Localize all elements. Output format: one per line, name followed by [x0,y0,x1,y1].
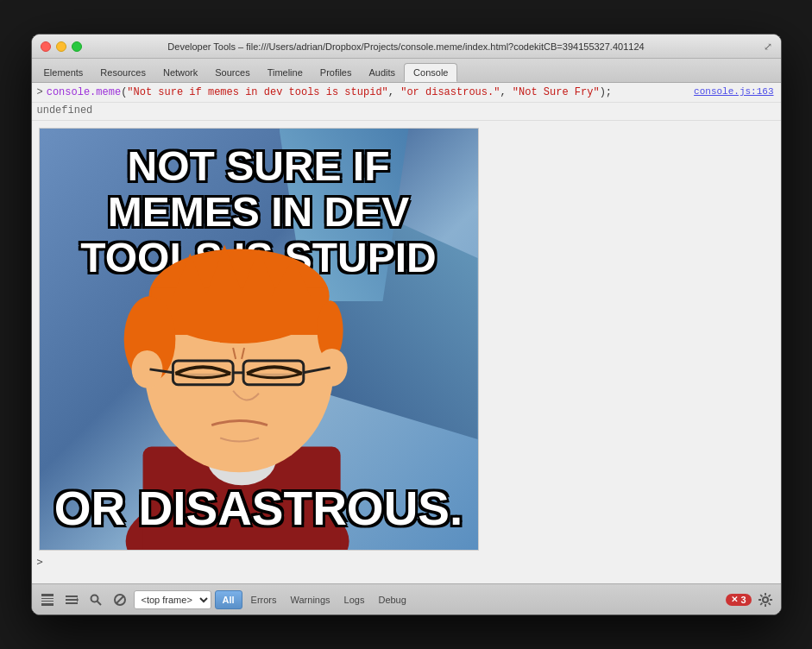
tab-profiles[interactable]: Profiles [312,63,361,82]
tab-console[interactable]: Console [404,63,457,82]
svg-line-33 [97,601,101,605]
multiline-icon-btn[interactable] [61,589,82,610]
traffic-lights [41,41,82,52]
meme-bottom-text: OR DISASTROUS. [40,482,478,535]
minimize-button[interactable] [56,41,66,52]
console-input-line-wrapper: > console.meme("Not sure if memes in dev… [32,83,781,103]
console-arg3: "Not Sure Fry" [513,86,600,98]
svg-rect-28 [66,595,78,597]
svg-rect-25 [41,598,54,599]
svg-point-36 [763,597,768,602]
svg-line-44 [760,602,762,604]
svg-rect-27 [41,603,54,606]
gear-icon [758,592,773,608]
tab-sources[interactable]: Sources [206,63,258,82]
close-button[interactable] [41,41,51,52]
svg-rect-24 [41,594,54,596]
error-badge: ✕ 3 [726,594,751,606]
console-area: > console.meme("Not sure if memes in dev… [32,83,781,583]
search-icon [90,594,102,606]
console-output-undefined: undefined [32,103,781,121]
svg-line-35 [116,595,123,603]
console-code: console.meme("Not sure if memes in dev t… [47,86,776,98]
filter-debug-button[interactable]: Debug [373,590,411,609]
bottom-toolbar: <top frame> All Errors Warnings Logs Deb… [32,583,781,614]
svg-line-41 [760,595,762,596]
console-func-name: console.meme [47,86,121,98]
svg-rect-30 [66,602,78,604]
console-file-reference[interactable]: console.js:163 [694,86,773,97]
svg-marker-31 [77,597,79,602]
title-bar: Developer Tools – file:///Users/adrian/D… [32,35,781,59]
svg-point-32 [91,595,98,602]
expand-icon[interactable]: ⤢ [764,41,772,53]
console-arg2: "or disastrous." [400,86,500,98]
tab-network[interactable]: Network [154,63,206,82]
filter-warnings-button[interactable]: Warnings [286,590,336,609]
meme-output-container: NOT SURE IF MEMES IN DEVTOOLS IS STUPID [32,121,781,551]
block-icon [113,593,127,607]
svg-rect-26 [41,601,54,602]
tab-bar: Elements Resources Network Sources Timel… [32,59,781,83]
search-icon-btn[interactable] [85,589,106,610]
console-prompt: > [37,86,43,98]
svg-line-42 [768,602,770,604]
filter-logs-button[interactable]: Logs [339,590,370,609]
svg-point-14 [316,349,347,387]
block-icon-btn[interactable] [110,589,130,610]
filter-errors-button[interactable]: Errors [246,590,282,609]
settings-icon-btn[interactable] [755,589,776,610]
inspect-icon [41,593,54,607]
meme-image: NOT SURE IF MEMES IN DEVTOOLS IS STUPID [39,128,479,551]
svg-line-43 [768,595,770,596]
console-arg1: "Not sure if memes in dev tools is stupi… [127,86,387,98]
console-next-prompt: > [32,551,781,573]
filter-all-button[interactable]: All [215,590,242,609]
console-input-line: > console.meme("Not sure if memes in dev… [32,83,781,103]
tab-elements[interactable]: Elements [35,63,92,82]
svg-rect-29 [66,599,78,601]
multiline-icon [65,593,79,607]
tab-audits[interactable]: Audits [361,63,405,82]
frame-select[interactable]: <top frame> [134,590,211,609]
maximize-button[interactable] [72,41,82,52]
tab-resources[interactable]: Resources [91,63,154,82]
developer-tools-window: Developer Tools – file:///Users/adrian/D… [31,34,782,615]
tab-timeline[interactable]: Timeline [259,63,312,82]
window-title: Developer Tools – file:///Users/adrian/D… [167,41,644,52]
inspect-icon-btn[interactable] [37,589,58,610]
